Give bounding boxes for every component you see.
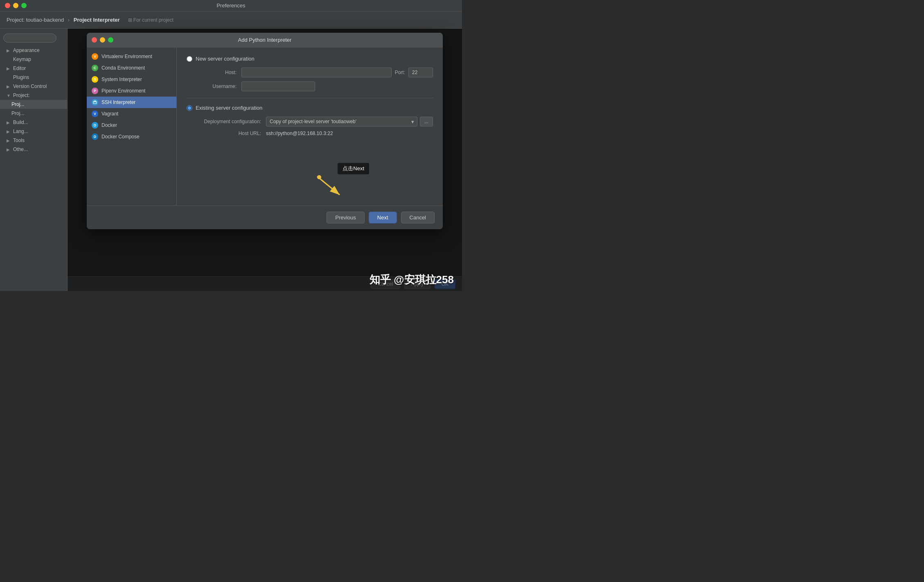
existing-server-config-row: Existing server configuration	[187, 105, 433, 111]
sidebar-label-vc: Version Control	[13, 83, 47, 89]
title-bar: Preferences	[0, 0, 462, 11]
port-input[interactable]: 22	[408, 68, 433, 77]
sidebar-item-version-control[interactable]: ▶ Version Control	[0, 82, 67, 91]
sidebar-label-appearance: Appearance	[13, 47, 40, 53]
dialog-left-panel: V Virtualenv Environment C Conda Environ…	[87, 47, 177, 205]
system-icon: S	[92, 76, 98, 83]
dialog-body: V Virtualenv Environment C Conda Environ…	[87, 47, 443, 205]
dleft-docker-compose-label: Docker Compose	[101, 134, 140, 140]
dleft-vagrant[interactable]: V Vagrant	[87, 108, 176, 120]
dialog-title: Add Python Interpreter	[238, 37, 292, 43]
dleft-conda[interactable]: C Conda Environment	[87, 62, 176, 74]
docker-icon: D	[92, 122, 98, 129]
host-url-value: ssh://python@192.168.10.3:22	[266, 131, 433, 136]
maximize-button[interactable]	[21, 3, 27, 8]
ssh-icon	[92, 99, 98, 106]
host-input[interactable]	[241, 68, 392, 77]
host-form-grid: Host: Port: 22 Username:	[196, 68, 433, 91]
next-button[interactable]: Next	[369, 212, 397, 223]
sidebar-item-project-interpreter[interactable]: Proj...	[0, 100, 67, 109]
sidebar-item-keymap[interactable]: Keymap	[0, 55, 67, 64]
previous-button[interactable]: Previous	[327, 212, 365, 223]
breadcrumb-arrow: ›	[68, 17, 70, 23]
dialog-window-controls	[92, 37, 113, 43]
virtualenv-icon: V	[92, 53, 98, 60]
sidebar-label-project: Project:	[13, 92, 30, 98]
breadcrumb-project: Project: toutiao-backend	[7, 17, 64, 23]
host-label: Host:	[196, 70, 237, 75]
conda-icon: C	[92, 65, 98, 71]
deployment-row: Deployment configuration: Copy of projec…	[196, 117, 433, 136]
dialog-titlebar: Add Python Interpreter	[87, 33, 443, 47]
content-area: Add Python Interpreter V Virtualenv Envi…	[68, 29, 462, 291]
main-layout: 🔍 ▶ Appearance Keymap ▶ Editor Plugins ▶	[0, 29, 462, 291]
sidebar-label-editor: Editor	[13, 65, 26, 71]
dleft-vagrant-label: Vagrant	[101, 111, 118, 117]
host-input-row: Port: 22	[241, 68, 433, 77]
sidebar-item-plugins[interactable]: Plugins	[0, 73, 67, 82]
window-controls	[5, 3, 27, 8]
separator	[187, 98, 433, 98]
deployment-more-button[interactable]: ...	[420, 117, 433, 126]
deployment-label: Deployment configuration:	[196, 119, 261, 124]
title-bar-title: Preferences	[216, 2, 245, 9]
sidebar-label-proj-interp: Proj...	[11, 102, 24, 107]
dialog-close-button[interactable]	[92, 37, 97, 43]
dleft-ssh-label: SSH Interpreter	[101, 99, 135, 105]
pipenv-icon: P	[92, 88, 98, 94]
dialog-right-panel: New server configuration Host: Port: 22	[177, 47, 443, 205]
breadcrumb: Project: toutiao-backend › Project Inter…	[7, 17, 120, 23]
dleft-system[interactable]: S System Interpreter	[87, 74, 176, 85]
deployment-select[interactable]: Copy of project-level server 'toutiaoweb…	[266, 117, 417, 126]
sidebar-label-plugins: Plugins	[13, 74, 29, 80]
sidebar-label-other: Othe...	[13, 147, 28, 152]
search-input[interactable]	[3, 34, 56, 43]
dleft-conda-label: Conda Environment	[101, 65, 145, 71]
sidebar-item-languages[interactable]: ▶ Lang...	[0, 127, 67, 136]
dialog-footer: Previous Next Cancel	[87, 205, 443, 229]
username-input[interactable]	[241, 81, 315, 91]
dleft-docker-label: Docker	[101, 122, 117, 128]
prefs-header: Project: toutiao-backend › Project Inter…	[0, 11, 462, 29]
vagrant-icon: V	[92, 111, 98, 117]
dialog-minimize-button[interactable]	[100, 37, 105, 43]
port-label: Port:	[395, 70, 405, 75]
breadcrumb-current: Project Interpreter	[74, 17, 120, 23]
new-server-config-row: New server configuration	[187, 56, 433, 62]
minimize-button[interactable]	[13, 3, 18, 8]
new-server-label: New server configuration	[196, 56, 255, 62]
sidebar-label-tools: Tools	[13, 138, 25, 143]
existing-server-label: Existing server configuration	[196, 105, 262, 111]
sidebar-label-lang: Lang...	[13, 129, 28, 134]
deployment-select-wrapper: Copy of project-level server 'toutiaoweb…	[266, 117, 417, 126]
deployment-select-row: Copy of project-level server 'toutiaoweb…	[266, 117, 433, 126]
sidebar-item-tools[interactable]: ▶ Tools	[0, 136, 67, 145]
dleft-ssh[interactable]: SSH Interpreter	[87, 97, 176, 108]
sidebar-item-other[interactable]: ▶ Othe...	[0, 145, 67, 154]
dialog-maximize-button[interactable]	[108, 37, 113, 43]
dleft-pipenv-label: Pipenv Environment	[101, 88, 145, 94]
sidebar-item-appearance[interactable]: ▶ Appearance	[0, 46, 67, 55]
sidebar-item-build[interactable]: ▶ Build...	[0, 118, 67, 127]
host-url-label: Host URL:	[196, 131, 261, 136]
watermark: 知乎 @安琪拉258	[370, 273, 454, 287]
new-server-radio[interactable]	[187, 56, 192, 62]
close-button[interactable]	[5, 3, 10, 8]
existing-server-radio[interactable]	[187, 105, 192, 111]
sidebar-item-project[interactable]: ▼ Project:	[0, 91, 67, 100]
add-python-interpreter-dialog: Add Python Interpreter V Virtualenv Envi…	[87, 33, 443, 229]
cancel-button[interactable]: Cancel	[401, 212, 435, 223]
for-current-project: ⊞ For current project	[128, 17, 174, 23]
dleft-docker-compose[interactable]: D Docker Compose	[87, 131, 176, 142]
dleft-system-label: System Interpreter	[101, 77, 142, 82]
sidebar: 🔍 ▶ Appearance Keymap ▶ Editor Plugins ▶	[0, 29, 68, 291]
dleft-docker[interactable]: D Docker	[87, 120, 176, 131]
sidebar-label-proj-struct: Proj...	[11, 111, 24, 116]
sidebar-item-project-structure[interactable]: Proj...	[0, 109, 67, 118]
dleft-virtualenv[interactable]: V Virtualenv Environment	[87, 51, 176, 62]
sidebar-label-keymap: Keymap	[13, 56, 31, 62]
dleft-virtualenv-label: Virtualenv Environment	[101, 54, 152, 59]
ide-window: Preferences Project: toutiao-backend › P…	[0, 0, 462, 291]
dleft-pipenv[interactable]: P Pipenv Environment	[87, 85, 176, 97]
sidebar-item-editor[interactable]: ▶ Editor	[0, 64, 67, 73]
